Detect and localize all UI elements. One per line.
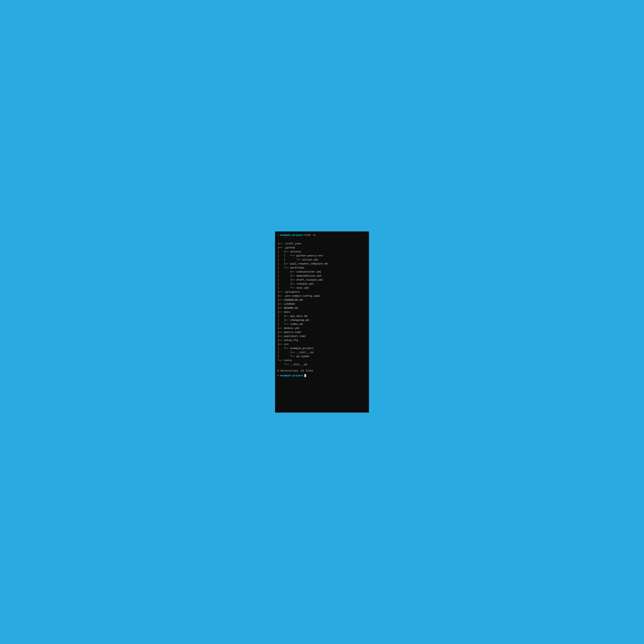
cursor bbox=[304, 374, 306, 377]
prompt-directory-top: example-project bbox=[280, 233, 304, 237]
prompt-arrow-top: ➜ bbox=[277, 233, 279, 237]
prompt-command: tree -a bbox=[304, 233, 315, 237]
prompt-directory-bottom: example-project bbox=[280, 374, 304, 378]
terminal-body: ➜ example-project tree -a . ├── .cruft.j… bbox=[275, 231, 369, 413]
prompt-line-top: ➜ example-project tree -a bbox=[277, 233, 367, 237]
summary-line: 8 directories, 23 files bbox=[277, 369, 367, 373]
terminal-window: ➜ example-project tree -a . ├── .cruft.j… bbox=[275, 231, 369, 413]
tree-output: . ├── .cruft.json ├── .github │ ├── acti… bbox=[277, 238, 367, 367]
prompt-arrow-bottom: ➜ bbox=[277, 373, 279, 378]
prompt-line-bottom: ➜ example-project bbox=[277, 373, 367, 378]
